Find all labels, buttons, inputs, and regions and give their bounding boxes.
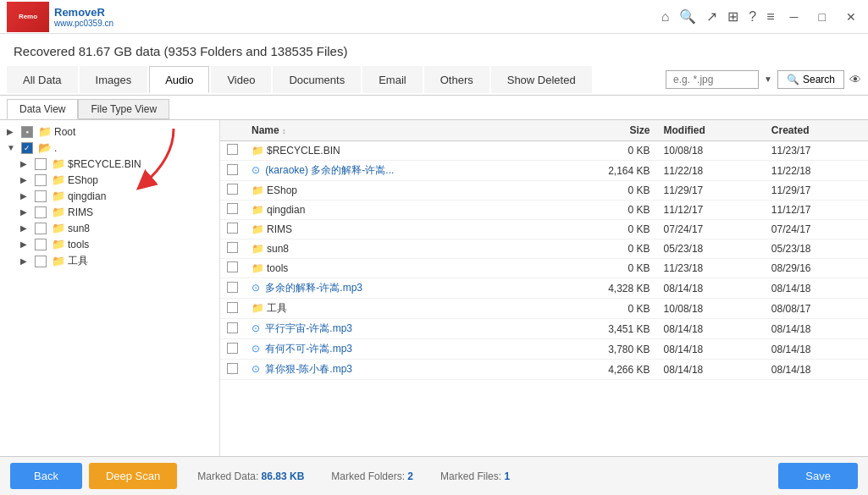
tree-check-rims[interactable] bbox=[35, 206, 47, 218]
file-name: ⊙ (karaoke) 多余的解释-许嵩... bbox=[245, 161, 549, 181]
folder-icon-file: 📁 bbox=[252, 184, 264, 196]
tree-arrow-dot: ▼ bbox=[7, 143, 19, 152]
folder-icon-dot: 📂 bbox=[38, 141, 52, 154]
share-icon[interactable]: ↗ bbox=[706, 8, 717, 25]
row-check[interactable] bbox=[227, 164, 238, 175]
row-check[interactable] bbox=[227, 302, 238, 313]
row-check[interactable] bbox=[227, 261, 238, 272]
tree-check-recycle[interactable] bbox=[35, 158, 47, 170]
folder-icon-file: 📁 bbox=[252, 302, 264, 314]
table-row: 📁$RECYCLE.BIN 0 KB 10/08/18 11/23/17 bbox=[220, 141, 868, 161]
table-row: ⊙ 有何不可-许嵩.mp3 3,780 KB 08/14/18 08/14/18 bbox=[220, 339, 868, 360]
row-check[interactable] bbox=[227, 203, 238, 214]
tree-check-eshop[interactable] bbox=[35, 174, 47, 186]
close-button[interactable]: ✕ bbox=[841, 8, 861, 25]
table-row: 📁qingdian 0 KB 11/12/17 11/12/17 bbox=[220, 201, 868, 220]
tab-documents[interactable]: Documents bbox=[273, 66, 361, 93]
tree-item-sun8[interactable]: ▶ 📁 sun8 bbox=[0, 220, 219, 236]
tab-others[interactable]: Others bbox=[424, 66, 489, 93]
row-check[interactable] bbox=[227, 363, 238, 374]
tree-arrow-root: ▶ bbox=[7, 127, 19, 136]
tab-show-deleted[interactable]: Show Deleted bbox=[491, 66, 592, 93]
tree-check-qingdian[interactable] bbox=[35, 190, 47, 202]
search-icon[interactable]: 🔍 bbox=[679, 8, 696, 25]
back-button[interactable]: Back bbox=[10, 463, 82, 489]
logo-brand: RemoveR bbox=[54, 6, 113, 19]
file-name: ⊙ 多余的解释-许嵩.mp3 bbox=[245, 278, 549, 299]
restore-button[interactable]: □ bbox=[814, 8, 831, 25]
folder-icon-sun8: 📁 bbox=[52, 222, 65, 234]
tree-item-recycle[interactable]: ▶ 📁 $RECYCLE.BIN bbox=[0, 156, 219, 172]
tree-item-gongju[interactable]: ▶ 📁 工具 bbox=[0, 252, 219, 270]
tab-images[interactable]: Images bbox=[80, 66, 148, 93]
tree-item-tools[interactable]: ▶ 📁 tools bbox=[0, 236, 219, 252]
main-content: Recovered 81.67 GB data (9353 Folders an… bbox=[0, 34, 868, 495]
tab-search-area: ▼ 🔍 Search 👁 bbox=[666, 70, 861, 89]
tree-label-recycle: $RECYCLE.BIN bbox=[68, 158, 141, 170]
col-modified[interactable]: Modified bbox=[657, 120, 765, 141]
row-check[interactable] bbox=[227, 282, 238, 293]
tab-all-data[interactable]: All Data bbox=[7, 66, 78, 93]
search-input[interactable] bbox=[666, 70, 759, 89]
view-tab-data[interactable]: Data View bbox=[7, 99, 78, 119]
file-name: ⊙ 算你狠-陈小春.mp3 bbox=[245, 360, 549, 380]
row-check[interactable] bbox=[227, 184, 238, 195]
search-dropdown-arrow[interactable]: ▼ bbox=[764, 74, 772, 84]
tab-video[interactable]: Video bbox=[211, 66, 271, 93]
menu-icon[interactable]: ≡ bbox=[766, 9, 774, 25]
folder-icon-rims: 📁 bbox=[52, 206, 65, 218]
row-check[interactable] bbox=[227, 343, 238, 354]
tree-item-rims[interactable]: ▶ 📁 RIMS bbox=[0, 204, 219, 220]
tree-check-sun8[interactable] bbox=[35, 223, 47, 234]
tree-item-eshop[interactable]: ▶ 📁 EShop bbox=[0, 172, 219, 188]
tree-check-tools[interactable] bbox=[35, 239, 47, 250]
view-tab-filetype[interactable]: File Type View bbox=[78, 99, 169, 119]
col-created[interactable]: Created bbox=[765, 120, 868, 141]
home-icon[interactable]: ⌂ bbox=[661, 9, 670, 25]
marked-data: Marked Data: 86.83 KB bbox=[197, 470, 304, 482]
folder-icon-tools: 📁 bbox=[52, 238, 65, 250]
file-panel: Name ↕ Size Modified Created 📁$RECYCLE.B… bbox=[220, 120, 868, 456]
folder-icon-file: 📁 bbox=[252, 145, 264, 157]
tree-check-root[interactable]: ▪ bbox=[21, 126, 33, 138]
view-tabs: Data View File Type View bbox=[0, 96, 868, 120]
tree-check-dot[interactable]: ✓ bbox=[21, 142, 33, 154]
col-name[interactable]: Name ↕ bbox=[245, 120, 549, 141]
table-row: ⊙ 算你狠-陈小春.mp3 4,266 KB 08/14/18 08/14/18 bbox=[220, 360, 868, 380]
table-row: 📁EShop 0 KB 11/29/17 11/29/17 bbox=[220, 181, 868, 201]
title-bar-left: Remo RemoveR www.pc0359.cn bbox=[7, 2, 113, 32]
tree-label-tools: tools bbox=[68, 239, 89, 250]
folder-icon-gongju: 📁 bbox=[52, 255, 65, 267]
minimize-button[interactable]: ─ bbox=[785, 8, 804, 25]
tree-check-gongju[interactable] bbox=[35, 256, 47, 267]
table-row: 📁RIMS 0 KB 07/24/17 07/24/17 bbox=[220, 220, 868, 239]
tree-item-dot[interactable]: ▼ ✓ 📂 . bbox=[0, 140, 219, 156]
tree-item-root[interactable]: ▶ ▪ 📁 Root bbox=[0, 124, 219, 140]
audio-folder-icon: ⊙ bbox=[252, 164, 260, 176]
eye-icon[interactable]: 👁 bbox=[849, 73, 861, 86]
row-check[interactable] bbox=[227, 144, 238, 155]
row-check[interactable] bbox=[227, 242, 238, 253]
col-size[interactable]: Size bbox=[549, 120, 656, 141]
tab-email[interactable]: Email bbox=[362, 66, 423, 93]
tree-arrow-tools: ▶ bbox=[20, 239, 32, 249]
marked-files: Marked Files: 1 bbox=[440, 470, 510, 482]
file-name: 📁EShop bbox=[245, 181, 549, 201]
search-button[interactable]: 🔍 Search bbox=[777, 70, 844, 89]
status-info: Marked Data: 86.83 KB Marked Folders: 2 … bbox=[184, 470, 771, 482]
file-name: ⊙ 有何不可-许嵩.mp3 bbox=[245, 339, 549, 360]
row-check[interactable] bbox=[227, 322, 238, 333]
audio-icon-file: ⊙ bbox=[252, 282, 260, 294]
tree-arrow-recycle: ▶ bbox=[20, 159, 32, 168]
bookmark-icon[interactable]: ⊞ bbox=[727, 8, 738, 25]
save-button[interactable]: Save bbox=[778, 463, 858, 489]
tree-label-qingdian: qingdian bbox=[68, 190, 106, 202]
deep-scan-button[interactable]: Deep Scan bbox=[89, 463, 177, 489]
tree-label-sun8: sun8 bbox=[68, 223, 90, 234]
row-check[interactable] bbox=[227, 223, 238, 234]
tree-arrow-rims: ▶ bbox=[20, 207, 32, 217]
folder-icon-eshop: 📁 bbox=[52, 173, 65, 186]
tab-audio[interactable]: Audio bbox=[149, 66, 209, 93]
help-icon[interactable]: ? bbox=[749, 9, 756, 25]
tree-item-qingdian[interactable]: ▶ 📁 qingdian bbox=[0, 188, 219, 204]
